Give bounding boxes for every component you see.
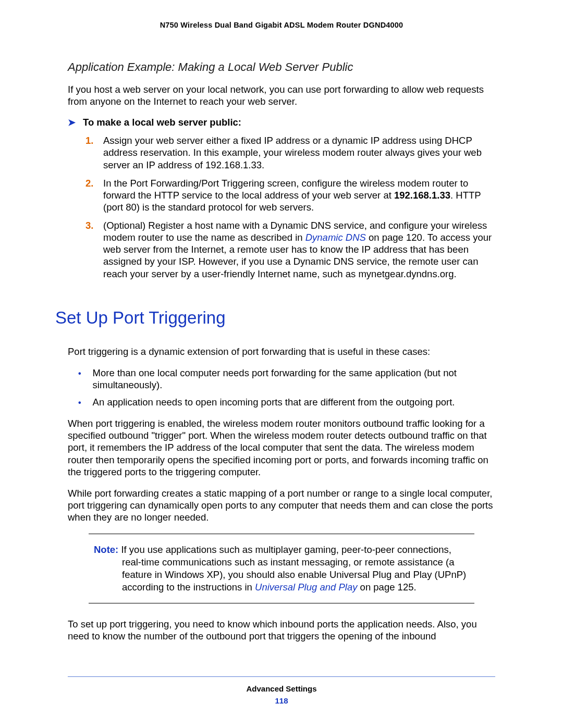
procedure-heading-text: To make a local web server public: bbox=[83, 117, 241, 128]
bullet-icon: • bbox=[78, 368, 81, 379]
procedure-heading: ➤ To make a local web server public: bbox=[68, 117, 495, 128]
step-body: (Optional) Register a host name with a D… bbox=[103, 219, 495, 280]
bullet-text: An application needs to open incoming po… bbox=[93, 396, 455, 408]
step-number: 1. bbox=[85, 134, 96, 146]
step-number: 3. bbox=[85, 219, 96, 231]
bullet-list: • More than one local computer needs por… bbox=[68, 367, 495, 408]
list-item: 1. Assign your web server either a fixed… bbox=[85, 134, 495, 170]
page-footer: Advanced Settings 118 bbox=[68, 676, 495, 705]
note-label: Note: bbox=[94, 544, 118, 555]
step-number: 2. bbox=[85, 177, 96, 189]
list-item: 3. (Optional) Register a host name with … bbox=[85, 219, 495, 280]
list-item: • More than one local computer needs por… bbox=[78, 367, 495, 391]
page-number: 118 bbox=[68, 696, 495, 705]
body-paragraph: While port forwarding creates a static m… bbox=[68, 487, 495, 523]
section-heading: Set Up Port Triggering bbox=[55, 308, 495, 328]
note-text: on page 125. bbox=[357, 582, 416, 593]
upnp-link[interactable]: Universal Plug and Play bbox=[255, 582, 357, 593]
dynamic-dns-link[interactable]: Dynamic DNS bbox=[305, 232, 366, 243]
list-item: 2. In the Port Forwarding/Port Triggerin… bbox=[85, 177, 495, 213]
ip-address: 192.168.1.33 bbox=[394, 190, 450, 201]
document-header: N750 Wireless Dual Band Gigabit ADSL Mod… bbox=[68, 21, 495, 29]
step-body: Assign your web server either a fixed IP… bbox=[103, 134, 495, 170]
list-item: • An application needs to open incoming … bbox=[78, 396, 495, 408]
intro-paragraph-2: Port triggering is a dynamic extension o… bbox=[68, 346, 495, 357]
subsection-heading: Application Example: Making a Local Web … bbox=[68, 60, 495, 74]
bullet-text: More than one local computer needs port … bbox=[93, 367, 495, 391]
note-callout: Note: If you use applications such as mu… bbox=[89, 534, 474, 603]
intro-paragraph: If you host a web server on your local n… bbox=[68, 83, 495, 107]
body-paragraph: When port triggering is enabled, the wir… bbox=[68, 417, 495, 478]
body-paragraph: To set up port triggering, you need to k… bbox=[68, 618, 495, 642]
procedure-steps: 1. Assign your web server either a fixed… bbox=[68, 134, 495, 279]
step-body: In the Port Forwarding/Port Triggering s… bbox=[103, 177, 495, 213]
bullet-icon: • bbox=[78, 398, 81, 408]
footer-section-title: Advanced Settings bbox=[68, 684, 495, 693]
procedure-arrow-icon: ➤ bbox=[68, 118, 76, 127]
